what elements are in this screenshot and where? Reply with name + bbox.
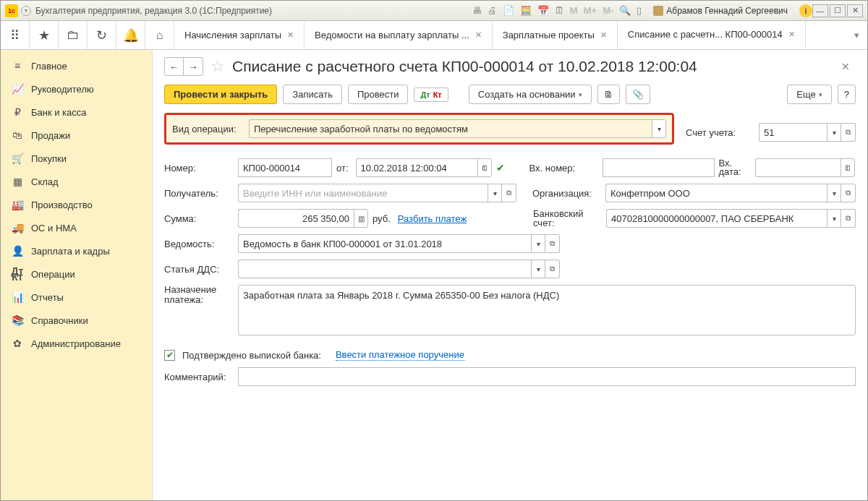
- favorite-star-icon[interactable]: ☆: [210, 57, 225, 76]
- dropdown-button[interactable]: ▾: [652, 119, 666, 138]
- close-document-icon[interactable]: ✕: [835, 61, 856, 72]
- organization-label: Организация:: [532, 188, 601, 199]
- tab-salary-projects[interactable]: Зарплатные проекты ✕: [493, 21, 618, 49]
- open-button[interactable]: ⧉: [545, 260, 560, 278]
- calendar-icon[interactable]: 📅: [537, 5, 549, 16]
- dropdown-button[interactable]: ▾: [531, 260, 545, 278]
- in-date-input[interactable]: [755, 158, 841, 177]
- purpose-textarea[interactable]: Заработная плата за Январь 2018 г. Сумма…: [238, 285, 856, 335]
- doc-icon[interactable]: 📄: [503, 5, 514, 16]
- sidebar-item-bank[interactable]: ₽Банк и касса: [1, 100, 152, 124]
- open-button[interactable]: ⧉: [841, 209, 856, 228]
- dropdown-button[interactable]: ▾: [488, 184, 502, 202]
- print-preview-icon[interactable]: 🖶: [472, 5, 482, 16]
- in-date-label: Вх. дата:: [719, 159, 748, 176]
- calc-button-icon[interactable]: ▥: [354, 209, 368, 228]
- help-button[interactable]: ?: [838, 85, 856, 104]
- calc-icon[interactable]: 🧮: [520, 5, 532, 16]
- notifications-icon[interactable]: 🔔: [116, 21, 145, 49]
- close-tab-icon[interactable]: ✕: [788, 30, 795, 39]
- sidebar-item-sales[interactable]: 🛍Продажи: [1, 124, 152, 147]
- in-number-input[interactable]: [603, 158, 715, 177]
- dropdown-button[interactable]: ▾: [531, 234, 545, 253]
- calendar-button-icon[interactable]: 🗓: [841, 158, 855, 177]
- amount-input[interactable]: 265 350,00: [238, 209, 354, 228]
- sidebar-item-admin[interactable]: ✿Администрирование: [1, 332, 152, 355]
- recipient-input[interactable]: Введите ИНН или наименование: [238, 184, 488, 202]
- tabs-overflow-icon[interactable]: ▾: [846, 21, 867, 49]
- sidebar-item-catalogs[interactable]: 📚Справочники: [1, 309, 152, 332]
- user-name: Абрамов Геннадий Сергеевич: [666, 6, 788, 16]
- organization-input[interactable]: Конфетпром ООО: [605, 184, 827, 202]
- calendar-button-icon[interactable]: 🗓: [477, 158, 492, 177]
- split-payment-link[interactable]: Разбить платеж: [398, 213, 467, 224]
- minimize-button[interactable]: —: [812, 4, 828, 17]
- sidebar-item-warehouse[interactable]: ▦Склад: [1, 170, 152, 193]
- sidebar-item-operations[interactable]: ДтКтОперации: [1, 262, 152, 286]
- open-button[interactable]: ⧉: [545, 234, 560, 253]
- sidebar-item-purchases[interactable]: 🛒Покупки: [1, 147, 152, 170]
- panel-icon[interactable]: ▯: [637, 5, 642, 16]
- number-input[interactable]: КП00-000014: [238, 158, 332, 177]
- dropdown-button[interactable]: ▾: [827, 184, 841, 202]
- open-button[interactable]: ⧉: [841, 184, 856, 202]
- apps-icon[interactable]: ⠿: [1, 21, 30, 49]
- operation-type-input[interactable]: Перечисление заработной платы по ведомос…: [249, 119, 652, 138]
- date-icon[interactable]: 🗓: [555, 5, 564, 16]
- favorites-icon[interactable]: ★: [30, 21, 59, 49]
- confirmed-checkbox[interactable]: ✔: [164, 350, 175, 361]
- m-btn[interactable]: M: [570, 5, 578, 16]
- sidebar-item-manager[interactable]: 📈Руководителю: [1, 77, 152, 100]
- tab-label: Зарплатные проекты: [503, 30, 595, 40]
- close-tab-icon[interactable]: ✕: [287, 30, 294, 40]
- open-button[interactable]: ⧉: [502, 184, 516, 202]
- user-badge[interactable]: Абрамов Геннадий Сергеевич: [649, 4, 792, 17]
- recipient-label: Получатель:: [164, 188, 234, 199]
- dds-input[interactable]: [238, 260, 531, 278]
- save-button[interactable]: Записать: [283, 85, 342, 104]
- info-icon[interactable]: i: [799, 4, 812, 17]
- back-button[interactable]: ←: [165, 58, 184, 75]
- forward-button[interactable]: →: [184, 58, 203, 75]
- tab-payrolls[interactable]: Ведомости на выплату зарплаты ... ✕: [305, 21, 493, 49]
- print-icon[interactable]: 🖨: [488, 5, 497, 16]
- close-tab-icon[interactable]: ✕: [600, 30, 607, 40]
- sidebar-item-production[interactable]: 🏭Производство: [1, 193, 152, 216]
- history-icon[interactable]: ↻: [88, 21, 116, 49]
- account-input[interactable]: 51: [759, 123, 827, 142]
- comment-input[interactable]: [238, 367, 856, 386]
- sidebar-item-reports[interactable]: 📊Отчеты: [1, 286, 152, 309]
- home-icon[interactable]: ⌂: [145, 21, 174, 49]
- post-button[interactable]: Провести: [348, 85, 409, 104]
- report-icon-button[interactable]: 🗎: [597, 85, 620, 104]
- bars-icon: 📊: [11, 291, 24, 303]
- sidebar-item-assets[interactable]: 🚚ОС и НМА: [1, 216, 152, 239]
- search-icon[interactable]: 🔍: [619, 5, 631, 16]
- menu-icon: ≡: [11, 60, 24, 72]
- bank-account-label: Банковский счет:: [533, 209, 602, 228]
- clipboard-icon[interactable]: 🗀: [59, 21, 88, 49]
- bank-account-input[interactable]: 40702810000000000007, ПАО СБЕРБАНК: [606, 209, 827, 228]
- attachment-icon-button[interactable]: 📎: [626, 85, 650, 104]
- statement-input[interactable]: Ведомость в банк КП00-000001 от 31.01.20…: [238, 234, 531, 253]
- close-tab-icon[interactable]: ✕: [475, 30, 482, 40]
- chart-icon: 📈: [11, 83, 24, 95]
- sidebar-item-salary[interactable]: 👤Зарплата и кадры: [1, 239, 152, 262]
- dropdown-button[interactable]: ▾: [827, 209, 841, 228]
- app-menu-dropdown[interactable]: ▾: [21, 6, 31, 16]
- m-plus-btn[interactable]: M+: [584, 5, 597, 16]
- create-based-button[interactable]: Создать на основании▾: [469, 85, 592, 104]
- sidebar-item-main[interactable]: ≡Главное: [1, 54, 152, 77]
- tab-withdrawal[interactable]: Списание с расчетн... КП00-000014 ✕: [618, 21, 806, 49]
- tab-accruals[interactable]: Начисления зарплаты ✕: [174, 21, 305, 49]
- enter-order-link[interactable]: Ввести платежное поручение: [336, 349, 464, 361]
- m-minus-btn[interactable]: M-: [603, 5, 613, 16]
- open-button[interactable]: ⧉: [841, 123, 856, 142]
- dtkt-button[interactable]: ДтКт: [414, 87, 448, 102]
- maximize-button[interactable]: ☐: [830, 4, 846, 17]
- date-input[interactable]: 10.02.2018 12:00:04: [356, 158, 477, 177]
- close-window-button[interactable]: ✕: [847, 4, 863, 17]
- post-and-close-button[interactable]: Провести и закрыть: [164, 85, 277, 104]
- dropdown-button[interactable]: ▾: [827, 123, 841, 142]
- more-button[interactable]: Еще▾: [787, 85, 831, 104]
